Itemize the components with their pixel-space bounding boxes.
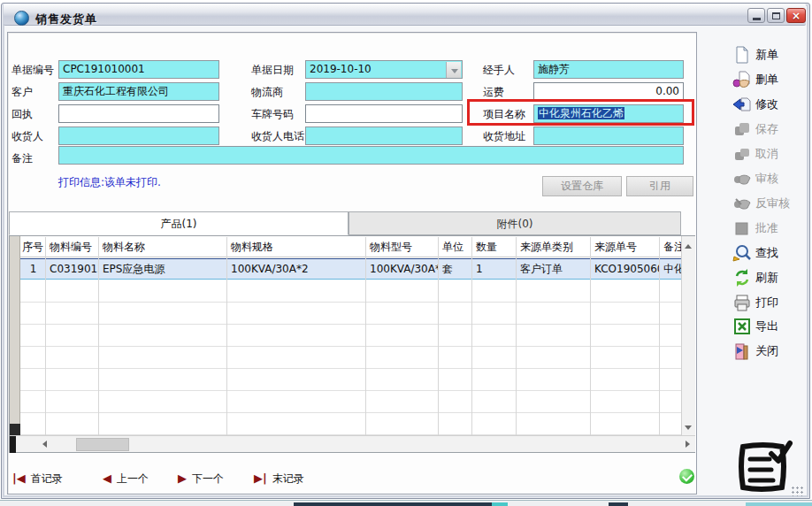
- cancel-icon: [732, 144, 752, 164]
- print-info-text: 打印信息:该单未打印.: [58, 175, 161, 190]
- sidebar-button-audit[interactable]: 审核: [732, 167, 807, 190]
- nav-next-label: 下一个: [192, 472, 224, 485]
- sidebar-button-modify[interactable]: 修改: [732, 93, 807, 116]
- nav-last-record[interactable]: ▶|末记录: [254, 470, 304, 487]
- col-header-material-name[interactable]: 物料名称: [99, 237, 226, 257]
- nav-last-label: 末记录: [272, 472, 304, 485]
- sidebar-button-approve[interactable]: 批准: [732, 217, 807, 240]
- horizontal-scrollbar[interactable]: [10, 435, 695, 452]
- nav-next-record[interactable]: ▶下一个: [178, 470, 224, 487]
- scroll-up-button[interactable]: [682, 236, 695, 251]
- consignee-tel-field[interactable]: [305, 126, 463, 145]
- indicator-mark: [10, 424, 20, 435]
- col-header-spec[interactable]: 物料规格: [227, 237, 365, 257]
- sidebar-button-print[interactable]: 打印: [732, 291, 807, 314]
- sidebar-button-find[interactable]: 查找: [732, 242, 807, 264]
- doc-date-value: 2019-10-10: [310, 63, 372, 75]
- scroll-down-button[interactable]: [682, 420, 695, 435]
- arrow-left-icon: [39, 441, 47, 448]
- sidebar-button-close[interactable]: 关闭: [732, 340, 807, 363]
- modify-icon: [732, 95, 752, 114]
- doc-no-field[interactable]: CPC191010001: [58, 60, 219, 79]
- receipt-field[interactable]: [58, 104, 219, 123]
- close-button[interactable]: ×: [786, 8, 806, 23]
- refresh-icon: [732, 268, 752, 288]
- sidebar-button-export[interactable]: 导出: [732, 315, 807, 338]
- red-highlight-annotation: [467, 99, 694, 126]
- col-header-seq[interactable]: 序号: [20, 237, 45, 257]
- chevron-down-icon[interactable]: [446, 62, 461, 79]
- sidebar-label: 取消: [755, 146, 778, 162]
- first-record-icon: |◀: [12, 472, 26, 485]
- customer-label: 客户: [11, 83, 33, 101]
- sidebar-button-refresh[interactable]: 刷新: [732, 266, 807, 289]
- handler-field[interactable]: 施静芳: [533, 60, 684, 79]
- row-indicator-column: [10, 236, 20, 435]
- sidebar-label: 打印: [755, 295, 778, 310]
- last-record-icon: ▶|: [254, 472, 267, 485]
- consignee-field[interactable]: [58, 126, 219, 145]
- sidebar-button-new[interactable]: 新单: [732, 43, 807, 66]
- plate-no-field[interactable]: [305, 104, 463, 123]
- resize-grip[interactable]: [791, 486, 803, 496]
- ship-address-field[interactable]: [533, 126, 684, 145]
- minimize-button[interactable]: [747, 8, 765, 23]
- grid-line: [659, 237, 660, 435]
- maximize-icon: [772, 12, 780, 19]
- grid-line: [226, 237, 227, 435]
- scrollbar-thumb[interactable]: [76, 438, 129, 451]
- col-header-source-type[interactable]: 来源单类别: [517, 237, 590, 257]
- col-header-qty[interactable]: 数量: [472, 237, 516, 257]
- col-header-unit[interactable]: 单位: [439, 237, 471, 257]
- sidebar-button-unaudit[interactable]: 反审核: [732, 192, 807, 215]
- doc-date-combo[interactable]: 2019-10-10: [305, 60, 463, 79]
- vertical-scrollbar[interactable]: [681, 236, 695, 435]
- cell-qty[interactable]: 1: [472, 258, 517, 280]
- tab-products[interactable]: 产品(1): [9, 211, 349, 235]
- cell-unit[interactable]: 套: [439, 258, 472, 280]
- maximize-button[interactable]: [767, 8, 785, 23]
- cell-source-no[interactable]: KCO19050600: [591, 258, 660, 280]
- col-header-memo[interactable]: 备注: [660, 237, 681, 257]
- freight-label: 运费: [483, 83, 504, 101]
- cell-source-type[interactable]: 客户订单: [517, 258, 591, 280]
- cell-material-name[interactable]: EPS应急电源: [99, 258, 227, 280]
- save-icon: [732, 119, 752, 139]
- next-record-icon: ▶: [178, 472, 187, 485]
- set-warehouse-button[interactable]: 设置仓库: [542, 176, 622, 196]
- sidebar-label: 审核: [755, 171, 778, 187]
- printer-icon: [732, 293, 752, 312]
- empty-grid-rows: [20, 280, 681, 435]
- cell-material-no[interactable]: C0319013: [46, 258, 99, 280]
- sidebar-button-cancel[interactable]: 取消: [732, 142, 807, 165]
- cell-spec[interactable]: 100KVA/30A*2: [227, 258, 366, 280]
- col-header-source-no[interactable]: 来源单号: [591, 237, 659, 257]
- freight-field[interactable]: 0.00: [533, 82, 684, 101]
- audit-icon: [732, 169, 752, 188]
- cell-memo[interactable]: 中化: [660, 258, 681, 280]
- sidebar-button-delete[interactable]: 删单: [732, 68, 807, 91]
- background-fragment: [294, 502, 492, 506]
- cell-model[interactable]: 100KVA/30A*2: [366, 258, 439, 280]
- scroll-left-button[interactable]: [34, 437, 50, 452]
- doc-no-label: 单据编号: [11, 61, 54, 79]
- customer-field[interactable]: 重庆石化工程有限公司: [58, 82, 219, 101]
- nav-previous-record[interactable]: ◀上一个: [103, 470, 149, 487]
- nav-first-record[interactable]: |◀首记录: [12, 470, 63, 487]
- grid-line: [438, 237, 439, 435]
- sidebar-label: 关闭: [755, 343, 778, 359]
- arrow-right-icon: [686, 441, 693, 448]
- cell-seq[interactable]: 1: [20, 258, 46, 280]
- previous-record-icon: ◀: [103, 472, 111, 485]
- logistics-field[interactable]: [305, 82, 463, 101]
- remarks-field[interactable]: [58, 146, 684, 165]
- scroll-right-button[interactable]: [679, 437, 695, 452]
- col-header-material-no[interactable]: 物料编号: [46, 237, 98, 257]
- sidebar-button-save[interactable]: 保存: [732, 118, 807, 141]
- reference-button[interactable]: 引用: [626, 176, 693, 196]
- grid-line: [471, 237, 472, 435]
- tab-attachments[interactable]: 附件(0): [349, 211, 681, 235]
- col-header-model[interactable]: 物料型号: [366, 237, 438, 257]
- consignee-label: 收货人: [11, 127, 43, 145]
- title-bar[interactable]: 销售发货单: [4, 4, 806, 26]
